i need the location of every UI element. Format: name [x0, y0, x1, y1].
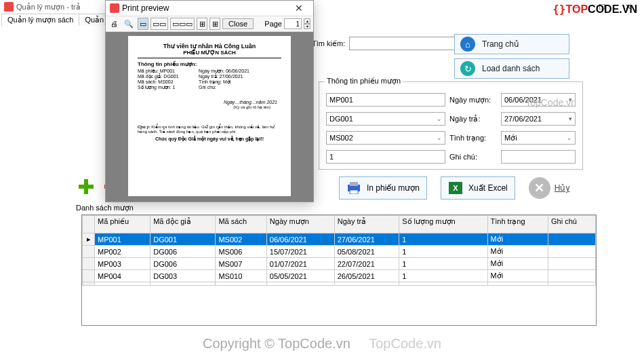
- tinhtrang-field[interactable]: Mới⌄: [501, 131, 576, 145]
- list-label: Danh sách mượn: [76, 204, 134, 212]
- main-title: Quản lý mượn - trả: [16, 3, 81, 12]
- table-row[interactable]: [83, 282, 596, 286]
- doc-h2: PHIẾU MƯỢN SÁCH: [138, 50, 281, 58]
- search-label: Tìm kiếm:: [312, 39, 345, 48]
- info-legend: Thông tin phiếu mượn: [325, 77, 403, 86]
- info-fieldset: Thông tin phiếu mượn MP001 Ngày mượn: 06…: [319, 81, 583, 170]
- load-label: Load danh sách: [482, 64, 540, 73]
- logo: {}TOPCODE.VN: [552, 3, 637, 16]
- soluong-field[interactable]: [326, 150, 445, 164]
- print-button[interactable]: In phiếu mượn: [339, 176, 427, 200]
- doc-note: Chú ý: Kiểm tra tình trạng tài liệu. Giữ…: [138, 124, 281, 134]
- watermark: Copyright © TopCode.vn TopCode.vn: [0, 336, 644, 352]
- table-row[interactable]: MP003DG006MS007 01/07/202122/07/20211 Mớ…: [83, 258, 596, 270]
- onepage-icon[interactable]: ▭: [138, 18, 148, 30]
- main-window: Quản lý mượn - trả — ☐ ✕ Quản lý mượn sá…: [0, 0, 644, 357]
- maphieu-field[interactable]: MP001: [326, 93, 445, 107]
- table-row[interactable]: MP002DG006MS006 15/07/202105/08/20211 Mớ…: [83, 246, 596, 258]
- doc-signature: Ngày…tháng…năm 2021: [138, 100, 281, 105]
- table-row[interactable]: ▸ MP001DG001MS002 06/06/202127/06/20211 …: [83, 233, 596, 246]
- grid-header: Mã phiếuMã độc giảMã sách Ngày mượnNgày …: [83, 216, 596, 233]
- twopage-icon[interactable]: ▭▭: [150, 18, 168, 30]
- page-number-input[interactable]: [284, 18, 302, 29]
- preview-close-button[interactable]: Close: [222, 18, 254, 29]
- home-label: Trang chủ: [482, 39, 519, 49]
- data-grid[interactable]: Mã phiếuMã độc giảMã sách Ngày mượnNgày …: [81, 214, 597, 326]
- app-icon: [4, 2, 14, 12]
- export-button[interactable]: X Xuất Excel: [441, 176, 515, 200]
- print-preview-window: Print preview ✕ 🖨 🔍 ▭ ▭▭ ▭▭▭ ⊞ ⊞ Close P…: [105, 0, 314, 202]
- preview-page: Thư viên tư nhân Hà Công Luân PHIẾU MƯỢN…: [128, 36, 291, 196]
- excel-icon: X: [448, 181, 463, 195]
- preview-titlebar[interactable]: Print preview ✕: [106, 1, 313, 16]
- preview-title: Print preview: [122, 3, 169, 13]
- watermark-small: TopCode.vn: [525, 97, 576, 108]
- page-label: Page: [264, 20, 282, 28]
- tinhtrang-label: Tình trạng:: [449, 134, 497, 143]
- preview-canvas: Thư viên tư nhân Hà Công Luân PHIẾU MƯỢN…: [106, 32, 313, 202]
- svg-text:X: X: [453, 184, 458, 192]
- svg-rect-6: [350, 190, 358, 194]
- home-icon: ⌂: [460, 37, 475, 52]
- print-icon[interactable]: 🖨: [108, 18, 120, 30]
- doc-h1: Thư viên tư nhân Hà Công Luân: [138, 43, 281, 50]
- svg-rect-9: [110, 3, 119, 13]
- preview-icon: [110, 3, 119, 13]
- svg-rect-5: [350, 182, 358, 186]
- home-button[interactable]: ⌂ Trang chủ: [454, 34, 569, 54]
- fourpage-icon[interactable]: ⊞: [197, 18, 207, 30]
- masach-field[interactable]: MS002⌄: [326, 131, 445, 145]
- add-button[interactable]: [76, 176, 96, 197]
- export-label: Xuất Excel: [468, 183, 508, 193]
- doc-section: Thông tin phiếu mượn:: [138, 61, 281, 67]
- ngaytra-label: Ngày trả:: [449, 115, 497, 124]
- preview-close-x[interactable]: ✕: [289, 3, 309, 14]
- ngaymuon-label: Ngày mượn:: [449, 96, 497, 105]
- page-up[interactable]: ▴: [304, 18, 310, 24]
- tabs: Quản lý mượn sách Quản lý trả sách: [0, 14, 644, 26]
- zoom-icon[interactable]: 🔍: [122, 18, 136, 30]
- threepage-icon[interactable]: ▭▭▭: [170, 18, 195, 30]
- sixpage-icon[interactable]: ⊞: [209, 18, 220, 30]
- main-titlebar: Quản lý mượn - trả — ☐ ✕: [0, 0, 644, 14]
- svg-rect-0: [4, 2, 14, 12]
- print-label: In phiếu mượn: [367, 183, 420, 193]
- load-button[interactable]: ↻ Load danh sách: [454, 58, 569, 79]
- page-down[interactable]: ▾: [304, 24, 310, 29]
- ghichu-label: Ghi chú:: [449, 153, 497, 161]
- madocgia-field[interactable]: DG001⌄: [326, 112, 445, 126]
- svg-rect-2: [79, 185, 94, 189]
- ghichu-field[interactable]: [501, 150, 576, 164]
- doc-thanks: Chúc quý Độc Giả một ngày vui vẻ, hẹn gặ…: [138, 136, 281, 142]
- plus-icon: [77, 177, 96, 196]
- doc-signature2: (Ký và ghi rõ họ tên): [138, 105, 281, 109]
- table-row[interactable]: MP004DG003MS010 05/05/202126/05/20211 Mớ…: [83, 270, 596, 282]
- refresh-icon: ↻: [460, 61, 475, 76]
- tab-muon-sach[interactable]: Quản lý mượn sách: [1, 14, 79, 26]
- cancel-label[interactable]: Hủy: [555, 183, 570, 193]
- cancel-icon[interactable]: ✕: [529, 177, 550, 199]
- preview-toolbar: 🖨 🔍 ▭ ▭▭ ▭▭▭ ⊞ ⊞ Close Page ▴▾: [106, 16, 313, 32]
- printer-icon: [346, 181, 361, 195]
- ngaytra-field[interactable]: 27/06/2021▾: [501, 112, 576, 126]
